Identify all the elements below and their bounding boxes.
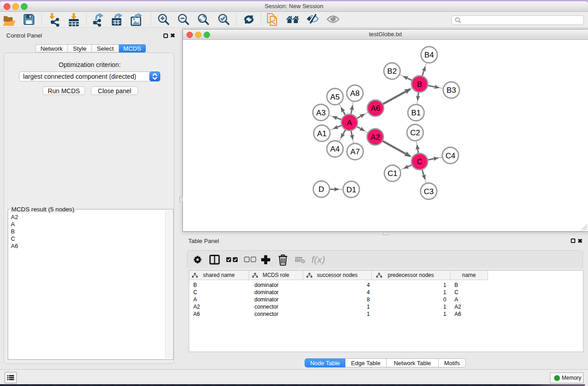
svg-text:A7: A7 — [350, 148, 360, 156]
svg-text:f(x): f(x) — [311, 254, 325, 265]
svg-text:B2: B2 — [387, 67, 397, 76]
svg-text:C1: C1 — [387, 169, 397, 178]
svg-text:A2: A2 — [371, 133, 380, 142]
svg-text:A3: A3 — [316, 109, 326, 117]
svg-text:C4: C4 — [445, 152, 455, 160]
svg-text:A6: A6 — [371, 104, 380, 113]
svg-text:C: C — [417, 157, 422, 166]
svg-text:B3: B3 — [447, 86, 456, 95]
svg-text:B1: B1 — [411, 109, 421, 117]
svg-text:D: D — [319, 185, 324, 194]
svg-text:B4: B4 — [425, 51, 434, 59]
svg-text:B: B — [417, 80, 422, 89]
svg-text:A5: A5 — [330, 93, 340, 101]
svg-text:D1: D1 — [346, 186, 356, 194]
svg-text:C2: C2 — [410, 129, 420, 137]
svg-text:C3: C3 — [424, 187, 434, 196]
svg-text:A8: A8 — [350, 89, 360, 98]
svg-text:A1: A1 — [317, 129, 327, 138]
svg-text:A4: A4 — [330, 145, 340, 153]
svg-text:A: A — [347, 119, 352, 127]
